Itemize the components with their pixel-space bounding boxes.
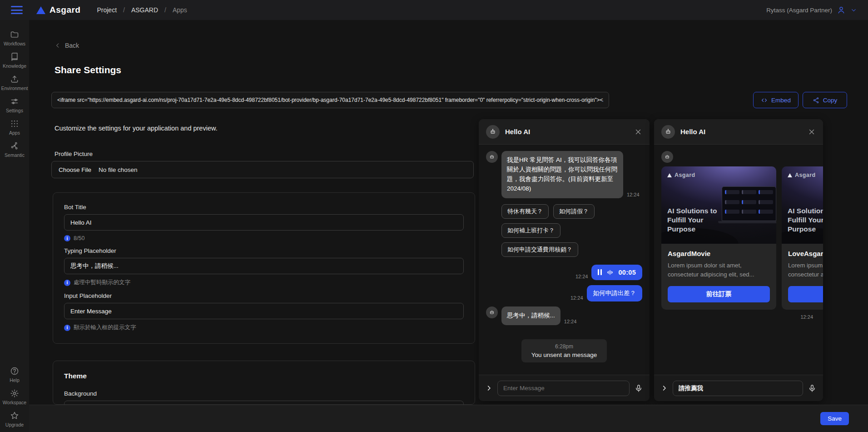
- unsent-message-notice: 6:28pm You unsent an message: [521, 339, 607, 362]
- app-root: Asgard Project / ASGARD / Apps Rytass (A…: [0, 0, 868, 432]
- user-icon[interactable]: [837, 5, 846, 15]
- close-icon[interactable]: [808, 128, 816, 136]
- sidebar-item-label: Environment: [1, 85, 28, 91]
- chat-title: Hello AI: [680, 128, 802, 136]
- quick-reply-chip[interactable]: 特休有幾天？: [501, 204, 549, 219]
- waveform-icon: [606, 269, 614, 276]
- sidebar-item-apps[interactable]: Apps: [0, 119, 29, 136]
- sliders-icon: [10, 97, 19, 106]
- card-action-button[interactable]: 前往訂票: [668, 286, 770, 302]
- bot-title-counter: 8/50: [74, 235, 84, 241]
- user-audio-message: 12:24 00:05: [486, 265, 642, 280]
- breadcrumb-app[interactable]: ASGARD: [131, 6, 158, 14]
- quick-reply-chip[interactable]: 如何補上班打卡？: [501, 223, 560, 238]
- info-icon: i: [64, 280, 70, 286]
- asgard-logo-icon: [788, 173, 792, 177]
- sidebar-item-label: Workspace: [3, 400, 26, 405]
- carousel-card: Asgard AI Solutions to Fulfill Your Purp…: [661, 166, 776, 310]
- share-icon: [813, 97, 819, 104]
- chat-message-input[interactable]: [497, 381, 630, 396]
- chevron-right-icon[interactable]: [661, 385, 668, 392]
- copy-button[interactable]: Copy: [803, 92, 847, 108]
- info-icon: i: [64, 235, 70, 241]
- embed-button-label: Embed: [771, 97, 791, 104]
- asgard-logo-text: Asgard: [675, 172, 695, 178]
- bot-message-bubble: 我是HR 常見問答 AI，我可以回答你各項關於人資相關的問題，你可以問我任何問題…: [501, 151, 623, 198]
- theme-heading: Theme: [64, 372, 464, 380]
- typing-placeholder-input[interactable]: [64, 258, 464, 274]
- profile-picture-label: Profile Picture: [55, 151, 93, 157]
- top-header: Asgard Project / ASGARD / Apps Rytass (A…: [0, 0, 868, 20]
- chevron-right-icon[interactable]: [486, 385, 492, 392]
- sidebar-item-workspace[interactable]: Workspace: [0, 389, 29, 405]
- card-image-headline: AI Solutions to Fulfill Your Purpose: [667, 206, 722, 234]
- sidebar-item-label: Workflows: [4, 41, 25, 46]
- back-button[interactable]: Back: [55, 42, 79, 49]
- user-message-bubble: 如何申請出差？: [587, 285, 643, 301]
- bottom-action-bar: Save: [29, 405, 868, 432]
- apps-grid-icon: [10, 119, 19, 128]
- sidebar-item-label: Knowledge: [3, 63, 26, 69]
- asgard-logo-text: Asgard: [795, 172, 815, 178]
- bot-typing-bubble: 思考中，請稍候...: [501, 306, 560, 325]
- chat-title: Hello AI: [505, 128, 629, 136]
- choose-file-button[interactable]: Choose File: [59, 166, 91, 173]
- brand-logo[interactable]: Asgard: [36, 5, 80, 15]
- sidebar-item-label: Semantic: [5, 152, 25, 158]
- quick-reply-chip[interactable]: 如何申請交通費用核銷？: [501, 242, 578, 257]
- logo-text: Asgard: [50, 5, 80, 15]
- profile-picture-file-input[interactable]: Choose File No file chosen: [51, 161, 474, 178]
- menu-icon[interactable]: [11, 6, 23, 14]
- embed-code-input[interactable]: [51, 92, 609, 108]
- copy-button-label: Copy: [823, 97, 838, 104]
- breadcrumb-project[interactable]: Project: [97, 6, 117, 14]
- no-file-chosen-label: No file chosen: [99, 166, 138, 173]
- save-button[interactable]: Save: [820, 412, 849, 425]
- sidebar-item-semantic[interactable]: Semantic: [0, 141, 29, 158]
- quick-reply-chip[interactable]: 如何請假？: [553, 204, 595, 219]
- embed-button[interactable]: Embed: [753, 92, 799, 108]
- message-timestamp: 12:24: [575, 274, 588, 280]
- card-title: LoveAsgard: [788, 250, 823, 257]
- input-placeholder-input[interactable]: [64, 303, 464, 319]
- close-icon[interactable]: [634, 128, 642, 136]
- background-input[interactable]: [64, 401, 464, 405]
- bot-title-label: Bot Title: [64, 204, 464, 211]
- bot-title-input[interactable]: [64, 214, 464, 231]
- bot-settings-card: Bot Title i 8/50 Typing Placeholder i 處理…: [53, 192, 475, 344]
- gear-icon: [10, 389, 19, 398]
- help-circle-icon: [10, 367, 19, 376]
- logo-triangle-icon: [36, 6, 45, 14]
- sidebar-item-knowledge[interactable]: Knowledge: [0, 52, 29, 69]
- unsent-text: You unsent an message: [531, 352, 597, 358]
- card-action-button[interactable]: 前往訂票: [788, 286, 823, 302]
- sidebar-item-workflows[interactable]: Workflows: [0, 30, 29, 46]
- sidebar-item-settings[interactable]: Settings: [0, 97, 29, 113]
- unsent-time: 6:28pm: [531, 343, 597, 350]
- sidebar-item-label: Upgrade: [5, 422, 24, 427]
- sidebar-nav: Workflows Knowledge Environment Settings…: [0, 20, 29, 432]
- sidebar-item-upgrade[interactable]: Upgrade: [0, 411, 29, 427]
- message-timestamp: 12:24: [570, 295, 583, 301]
- microphone-icon[interactable]: [635, 384, 643, 392]
- typing-placeholder-label: Typing Placeholder: [64, 247, 464, 254]
- breadcrumb-separator: /: [123, 6, 125, 14]
- breadcrumb: Project / ASGARD / Apps: [97, 6, 187, 14]
- user-account-label: Rytass (Asgard Partner): [766, 7, 832, 14]
- bot-avatar-icon: [486, 151, 498, 163]
- chevron-down-icon[interactable]: [850, 7, 857, 14]
- bot-message: 我是HR 常見問答 AI，我可以回答你各項關於人資相關的問題，你可以問我任何問題…: [486, 151, 642, 198]
- chat-message-input[interactable]: [673, 381, 803, 396]
- input-placeholder-hint: 顯示於輸入框的提示文字: [74, 324, 136, 332]
- message-timestamp: 12:24: [627, 192, 640, 198]
- chevron-left-icon: [55, 42, 61, 49]
- pause-icon[interactable]: [598, 269, 602, 275]
- microphone-icon[interactable]: [808, 384, 816, 392]
- sidebar-item-help[interactable]: Help: [0, 367, 29, 383]
- folder-icon: [10, 30, 19, 39]
- sidebar-item-label: Settings: [6, 108, 23, 113]
- sidebar-item-environment[interactable]: Environment: [0, 75, 29, 91]
- audio-message-bubble[interactable]: 00:05: [591, 265, 642, 280]
- user-message: 12:24 如何申請出差？: [486, 285, 642, 301]
- customize-subtitle: Customize the settings for your applicat…: [55, 125, 218, 132]
